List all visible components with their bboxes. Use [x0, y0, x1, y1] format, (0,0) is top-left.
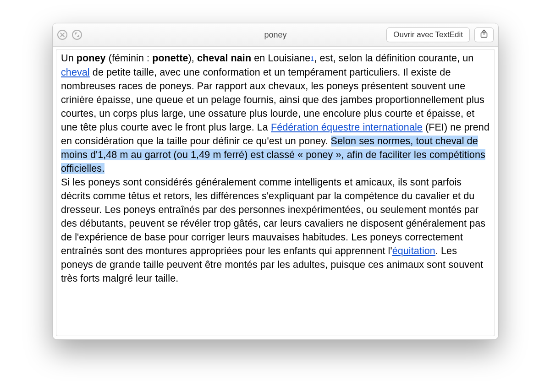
document-body: Un poney (féminin : ponette), cheval nai…	[61, 51, 490, 285]
bold-text: cheval nain	[197, 53, 251, 64]
quicklook-window: poney Ouvrir avec TextEdit Un poney (fém…	[52, 23, 499, 340]
close-icon[interactable]	[57, 30, 67, 40]
text: Un	[61, 53, 77, 64]
bold-text: ponette	[152, 53, 188, 64]
link-fei[interactable]: Fédération équestre internationale	[271, 122, 423, 133]
text: Si les poneys sont considérés généraleme…	[61, 177, 485, 256]
text: , est, selon la définition courante, un	[314, 53, 473, 64]
text: ),	[188, 53, 197, 64]
document-viewport[interactable]: Un poney (féminin : ponette), cheval nai…	[56, 49, 495, 336]
link-cheval[interactable]: cheval	[61, 67, 90, 78]
titlebar-left-controls	[57, 30, 82, 40]
link-equitation[interactable]: équitation	[392, 245, 435, 256]
share-button[interactable]	[474, 27, 494, 42]
text: en Louisiane	[251, 53, 310, 64]
fullscreen-icon[interactable]	[72, 30, 82, 40]
paragraph-2: Si les poneys sont considérés généraleme…	[61, 175, 490, 285]
bold-text: poney	[77, 53, 106, 64]
paragraph-1: Un poney (féminin : ponette), cheval nai…	[61, 51, 490, 175]
titlebar: poney Ouvrir avec TextEdit	[53, 23, 498, 47]
text: (féminin :	[106, 53, 153, 64]
share-icon	[480, 29, 488, 41]
open-with-button[interactable]: Ouvrir avec TextEdit	[386, 27, 470, 42]
open-with-label: Ouvrir avec TextEdit	[393, 30, 463, 39]
content-area: Un poney (féminin : ponette), cheval nai…	[53, 47, 498, 339]
svg-point-3	[72, 30, 82, 39]
titlebar-right-controls: Ouvrir avec TextEdit	[386, 27, 494, 42]
